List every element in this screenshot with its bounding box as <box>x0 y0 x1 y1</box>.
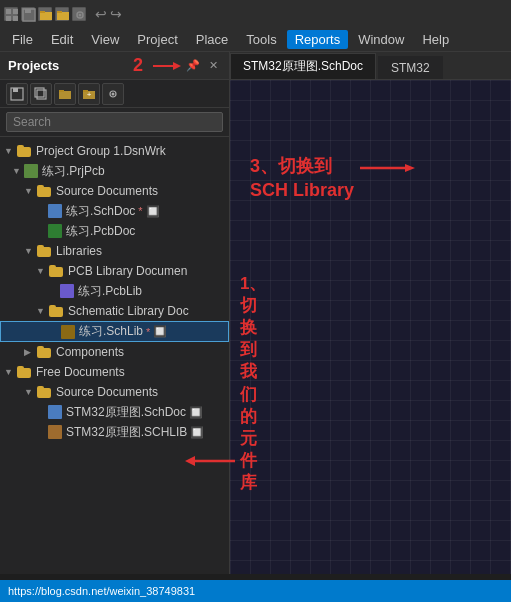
tree-item-pcb[interactable]: 练习.PcbDoc <box>0 221 229 241</box>
label-schlib-folder: Schematic Library Doc <box>68 304 189 318</box>
tree-item-prj[interactable]: ▼ 练习.PrjPcb <box>0 161 229 181</box>
label-prj: 练习.PrjPcb <box>42 163 105 180</box>
tab-bar: STM32原理图.SchDoc STM32 <box>230 52 511 80</box>
folder-free <box>16 366 32 378</box>
arrow-lib: ▼ <box>24 246 34 256</box>
menu-edit[interactable]: Edit <box>43 30 81 49</box>
icon-gear <box>72 7 86 21</box>
svg-text:+: + <box>87 90 92 99</box>
label-free: Free Documents <box>36 365 125 379</box>
menu-bar: File Edit View Project Place Tools Repor… <box>0 28 511 52</box>
icon-schlibf <box>61 325 75 339</box>
tab-stm32[interactable]: STM32 <box>378 56 443 79</box>
label-src2: Source Documents <box>56 385 158 399</box>
icon-save <box>21 7 35 21</box>
label-schlibf: 练习.SchLib <box>79 323 143 340</box>
svg-rect-13 <box>13 88 18 92</box>
project-tree: ▼ Project Group 1.DsnWrk ▼ 练习.PrjPcb ▼ S… <box>0 137 229 574</box>
svg-marker-11 <box>173 62 181 70</box>
tree-item-stm32schlib[interactable]: STM32原理图.SCHLIB 🔲 <box>0 422 229 442</box>
tree-item-src[interactable]: ▼ Source Documents <box>0 181 229 201</box>
panel-header: Projects 2 📌 ✕ <box>0 52 229 80</box>
icon-folder <box>38 7 52 21</box>
menu-reports[interactable]: Reports <box>287 30 349 49</box>
label-pcb: 练习.PcbDoc <box>66 223 135 240</box>
folder-src <box>36 185 52 197</box>
tree-item-comp[interactable]: ▶ Components <box>0 342 229 362</box>
tree-item-pg1[interactable]: ▼ Project Group 1.DsnWrk <box>0 141 229 161</box>
tb-settings[interactable] <box>102 83 124 105</box>
label-comp: Components <box>56 345 124 359</box>
icon-prj <box>24 164 38 178</box>
folder-comp <box>36 346 52 358</box>
tree-item-sch[interactable]: 练习.SchDoc * 🔲 <box>0 201 229 221</box>
label-src: Source Documents <box>56 184 158 198</box>
menu-place[interactable]: Place <box>188 30 237 49</box>
tree-item-schlib-folder[interactable]: ▼ Schematic Library Doc <box>0 301 229 321</box>
link-schlibf: 🔲 <box>153 325 167 338</box>
tree-item-pcblib-folder[interactable]: ▼ PCB Library Documen <box>0 261 229 281</box>
arrow-pcblib-folder: ▼ <box>36 266 46 276</box>
tb-copy[interactable] <box>30 83 52 105</box>
icon-folder2 <box>55 7 69 21</box>
svg-rect-6 <box>40 11 45 13</box>
redo-icon: ↪ <box>110 6 122 22</box>
svg-rect-16 <box>59 90 64 92</box>
label-pg1: Project Group 1.DsnWrk <box>36 144 166 158</box>
folder-pg1 <box>16 145 32 157</box>
menu-view[interactable]: View <box>83 30 127 49</box>
menu-file[interactable]: File <box>4 30 41 49</box>
pin-button[interactable]: 📌 <box>185 58 201 74</box>
label-stm32sch: STM32原理图.SchDoc <box>66 404 186 421</box>
menu-project[interactable]: Project <box>129 30 185 49</box>
tree-item-pcblibf[interactable]: 练习.PcbLib <box>0 281 229 301</box>
menu-window[interactable]: Window <box>350 30 412 49</box>
arrow-schlib-folder: ▼ <box>36 306 46 316</box>
svg-point-9 <box>79 14 82 17</box>
menu-help[interactable]: Help <box>414 30 457 49</box>
folder-schlib <box>48 305 64 317</box>
arrow-src: ▼ <box>24 186 34 196</box>
undo-icon: ↩ <box>95 6 107 22</box>
svg-rect-2 <box>6 16 11 21</box>
label-lib: Libraries <box>56 244 102 258</box>
tree-item-free[interactable]: ▼ Free Documents <box>0 362 229 382</box>
arrow-pg1: ▼ <box>4 146 14 156</box>
link-stm32schlib: 🔲 <box>190 426 204 439</box>
arrow-right-red <box>151 58 181 74</box>
tree-item-src2[interactable]: ▼ Source Documents <box>0 382 229 402</box>
icon-pcb <box>48 224 62 238</box>
panel-controls: 2 📌 ✕ <box>133 55 221 76</box>
folder-src2 <box>36 386 52 398</box>
main-content: STM32原理图.SchDoc STM32 ✓ Projects Navigat… <box>230 52 511 574</box>
sidebar: Projects 2 📌 ✕ <box>0 52 230 574</box>
svg-rect-15 <box>35 88 44 97</box>
arrow-src2: ▼ <box>24 387 34 397</box>
svg-rect-5 <box>25 9 31 13</box>
label-pcblibf: 练习.PcbLib <box>78 283 142 300</box>
tb-folder-open[interactable] <box>54 83 76 105</box>
svg-point-20 <box>112 92 115 95</box>
tb-folder-add[interactable]: + <box>78 83 100 105</box>
search-bar <box>0 108 229 137</box>
icon-stm32sch <box>48 405 62 419</box>
folder-pcblib <box>48 265 64 277</box>
svg-rect-0 <box>6 9 11 14</box>
tree-item-lib[interactable]: ▼ Libraries <box>0 241 229 261</box>
svg-rect-1 <box>13 9 18 14</box>
link-stm32sch: 🔲 <box>189 406 203 419</box>
menu-tools[interactable]: Tools <box>238 30 284 49</box>
main-layout: Projects 2 📌 ✕ <box>0 52 511 574</box>
label-sch: 练习.SchDoc <box>66 203 135 220</box>
close-panel-button[interactable]: ✕ <box>205 58 221 74</box>
tree-item-stm32sch[interactable]: STM32原理图.SchDoc 🔲 <box>0 402 229 422</box>
tree-item-schlibf[interactable]: 练习.SchLib * 🔲 <box>0 321 229 342</box>
search-input[interactable] <box>6 112 223 132</box>
tb-save[interactable] <box>6 83 28 105</box>
label-stm32schlib: STM32原理图.SCHLIB <box>66 424 187 441</box>
arrow-prj: ▼ <box>12 166 22 176</box>
title-icons: ↩ ↪ <box>4 6 122 22</box>
schematic-area <box>230 80 511 574</box>
tab-stm32sch[interactable]: STM32原理图.SchDoc <box>230 53 376 79</box>
label-pcblib-folder: PCB Library Documen <box>68 264 187 278</box>
